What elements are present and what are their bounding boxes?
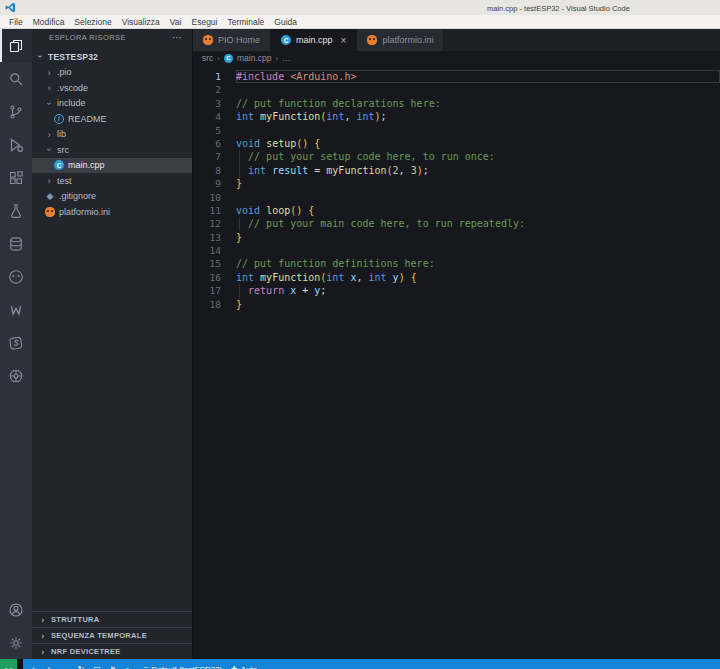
close-icon[interactable]: × (341, 35, 347, 46)
code-token: // put function declarations here: (236, 98, 441, 109)
line-content[interactable]: // put your main code here, to run repea… (236, 217, 720, 230)
tree-item-test[interactable]: ›test (32, 173, 192, 189)
breadcrumb-separator-icon: › (217, 54, 220, 63)
tab-platformio-ini[interactable]: platformio.ini (357, 29, 444, 51)
sidebar-bottom-panels: ›STRUTTURA›SEQUENZA TEMPORALE›NRF DEVICE… (32, 611, 192, 659)
remote-indicator[interactable]: >< (0, 659, 17, 669)
explorer-icon[interactable] (0, 29, 32, 62)
code-token: myFunction (260, 111, 320, 122)
tree-item-src[interactable]: ›src (32, 142, 192, 158)
swirl-extension-icon[interactable] (0, 326, 32, 359)
line-number: 6 (193, 137, 221, 150)
menu-item-selezione[interactable]: Selezione (69, 17, 116, 27)
tree-item-pio[interactable]: ›.pio (32, 65, 192, 81)
line-content[interactable]: // put function definitions here: (236, 257, 720, 270)
menu-item-guida[interactable]: Guida (269, 17, 302, 27)
tree-item-testesp32[interactable]: ›TESTESP32 (32, 49, 192, 65)
tab-pio-home[interactable]: PIO Home (193, 29, 271, 51)
account-icon[interactable] (0, 593, 32, 626)
platformio-icon[interactable] (0, 260, 32, 293)
pio-monitor-button[interactable]: ↯ (110, 665, 117, 669)
tree-item-vscode[interactable]: ›.vscode (32, 80, 192, 96)
database-icon[interactable] (0, 227, 32, 260)
code-line: 4int myFunction(int, int); (193, 110, 720, 123)
breadcrumb-item-[interactable]: … (282, 53, 291, 63)
panel-header-sequenza-temporale[interactable]: ›SEQUENZA TEMPORALE (32, 627, 192, 643)
breadcrumb-item-src[interactable]: src (202, 53, 213, 63)
pio-home-button[interactable]: ⌂ (31, 665, 36, 669)
line-content[interactable]: } (236, 231, 720, 244)
code-line: 13} (193, 231, 720, 244)
menu-item-visualizza[interactable]: Visualizza (117, 17, 165, 27)
code-token: ; (423, 165, 429, 176)
panel-header-nrf-devicetree[interactable]: ›NRF DEVICETREE (32, 643, 192, 659)
tree-item-label: .pio (57, 67, 72, 77)
code-token: { (314, 138, 320, 149)
line-content[interactable]: return x + y; (236, 284, 720, 297)
chevron-right-icon: › (45, 67, 53, 78)
line-content[interactable]: void setup() { (236, 137, 720, 150)
code-line: 9} (193, 177, 720, 190)
line-number: 3 (193, 97, 221, 110)
wokwi-icon[interactable] (0, 293, 32, 326)
line-number: 16 (193, 271, 221, 284)
tree-item-label: .vscode (57, 83, 88, 93)
code-token: void (236, 205, 260, 216)
chevron-down-icon: › (44, 146, 55, 154)
source-control-icon[interactable] (0, 95, 32, 128)
line-content[interactable] (236, 191, 720, 204)
line-content[interactable]: int myFunction(int x, int y) { (236, 271, 720, 284)
tree-item-platformio-ini[interactable]: platformio.ini (32, 204, 192, 220)
window-title: main.cpp - testESP32 - Visual Studio Cod… (487, 4, 630, 13)
line-content[interactable] (236, 244, 720, 257)
knot-extension-icon[interactable] (0, 359, 32, 392)
tree-item-label: include (57, 98, 86, 108)
pio-test-button[interactable]: ▢ (93, 665, 101, 669)
menu-item-modifica[interactable]: Modifica (28, 17, 70, 27)
port-auto-button[interactable]: ✚Auto (231, 665, 257, 669)
testing-icon[interactable] (0, 194, 32, 227)
pio-upload-button[interactable]: → (61, 665, 69, 669)
tab-main-cpp[interactable]: Cmain.cpp× (271, 29, 357, 51)
menu-item-file[interactable]: File (4, 17, 28, 27)
tree-item-readme[interactable]: iREADME (32, 111, 192, 127)
line-content[interactable] (236, 83, 720, 96)
menu-item-vai[interactable]: Vai (165, 17, 187, 27)
status-bar-items: ⌂✓→↻▢↯>_≡Default (testESP32)✚Auto (23, 659, 720, 669)
line-number: 15 (193, 257, 221, 270)
pio-clean-button[interactable]: ↻ (78, 665, 85, 669)
more-actions-icon[interactable]: ⋯ (172, 33, 182, 43)
tab-bar-filler (444, 29, 720, 51)
breadcrumb-item-main-cpp[interactable]: main.cpp (237, 53, 272, 63)
line-content[interactable]: // put your setup code here, to run once… (236, 150, 720, 163)
line-content[interactable]: #include <Arduino.h> (236, 70, 720, 83)
line-content[interactable]: int myFunction(int, int); (236, 110, 720, 123)
pio-terminal-button[interactable]: >_ (126, 665, 135, 669)
tree-item-include[interactable]: ›include (32, 96, 192, 112)
line-number: 10 (193, 191, 221, 204)
menu-item-terminale[interactable]: Terminale (222, 17, 269, 27)
pio-build-icon: ✓ (45, 665, 52, 669)
run-debug-icon[interactable] (0, 128, 32, 161)
code-line: 10 (193, 191, 720, 204)
line-content[interactable] (236, 124, 720, 137)
search-icon[interactable] (0, 62, 32, 95)
tree-item-lib[interactable]: ›lib (32, 127, 192, 143)
sidebar-explorer: ESPLORA RISORSE ⋯ ›TESTESP32›.pio›.vscod… (32, 29, 193, 659)
editor-group: PIO HomeCmain.cpp×platformio.ini src›Cma… (193, 29, 720, 659)
code-token: = (308, 165, 326, 176)
tree-item-gitignore[interactable]: ◆.gitignore (32, 189, 192, 205)
code-editor[interactable]: 1#include <Arduino.h>23// put function d… (193, 65, 720, 659)
line-content[interactable]: // put function declarations here: (236, 97, 720, 110)
line-content[interactable]: } (236, 177, 720, 190)
settings-icon[interactable] (0, 626, 32, 659)
line-content[interactable]: int result = myFunction(2, 3); (236, 164, 720, 177)
extensions-icon[interactable] (0, 161, 32, 194)
line-content[interactable]: } (236, 298, 720, 311)
tree-item-main-cpp[interactable]: Cmain.cpp (32, 158, 192, 174)
pio-build-button[interactable]: ✓ (45, 665, 52, 669)
menu-item-esegui[interactable]: Esegui (186, 17, 222, 27)
panel-header-struttura[interactable]: ›STRUTTURA (32, 611, 192, 627)
env-selector-button[interactable]: ≡Default (testESP32) (144, 665, 222, 669)
line-content[interactable]: void loop() { (236, 204, 720, 217)
